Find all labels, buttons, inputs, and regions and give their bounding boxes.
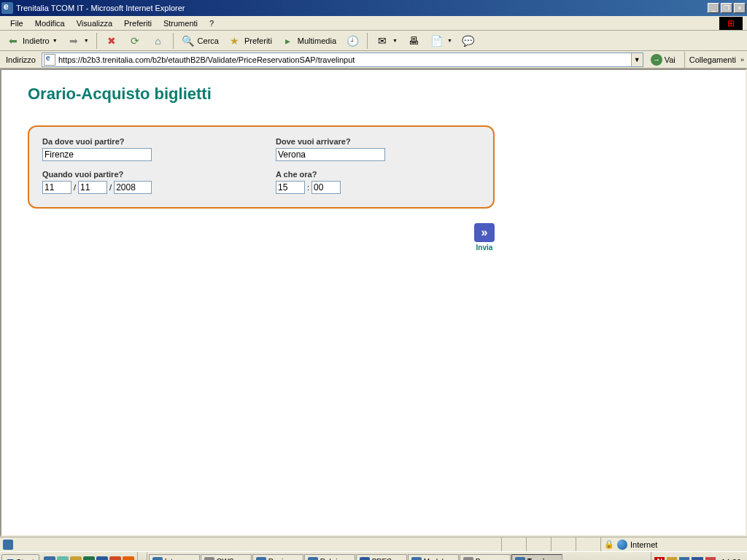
task-item[interactable]: Intra...	[149, 554, 200, 561]
separator	[96, 33, 97, 49]
ql-outlook-icon[interactable]	[70, 556, 82, 561]
status-mid	[527, 537, 551, 551]
edit-icon: 📄	[430, 34, 444, 48]
time-min-input[interactable]	[311, 181, 341, 194]
task-item[interactable]: QWS...	[201, 554, 252, 561]
tray-volume-icon[interactable]	[667, 557, 677, 561]
back-icon: ⬅	[6, 34, 20, 48]
discuss-icon: 💬	[461, 34, 476, 48]
windows-logo-icon	[719, 17, 743, 30]
time-label: A che ora?	[276, 170, 480, 179]
task-item[interactable]: Pegas...	[460, 554, 511, 561]
task-item[interactable]: PRES...	[356, 554, 407, 561]
chevron-down-icon: ▼	[84, 38, 89, 43]
minimize-button[interactable]: _	[708, 3, 719, 13]
ql-desktop-icon[interactable]	[57, 556, 69, 561]
menu-visualizza[interactable]: Visualizza	[71, 18, 118, 29]
forward-icon: ➡	[66, 34, 81, 48]
time-hour-input[interactable]	[276, 181, 305, 194]
ql-excel-icon[interactable]	[83, 556, 95, 561]
favorites-label: Preferiti	[244, 36, 272, 45]
menu-help[interactable]: ?	[204, 18, 220, 29]
chevron-down-icon: ▼	[392, 38, 398, 43]
favorites-icon: ★	[228, 34, 242, 48]
forward-button[interactable]: ➡ ▼	[63, 32, 92, 50]
browser-viewport: Orario-Acquisto biglietti Da dove vuoi p…	[0, 69, 747, 537]
menu-preferiti[interactable]: Preferiti	[118, 18, 158, 29]
task-item[interactable]: Modul...	[408, 554, 459, 561]
links-expand[interactable]: »	[740, 56, 744, 63]
links-label[interactable]: Collegamenti	[689, 55, 736, 64]
back-label: Indietro	[23, 36, 50, 45]
go-icon: →	[651, 54, 662, 66]
restore-button[interactable]: ❐	[721, 3, 732, 13]
start-button[interactable]: Start	[1, 554, 39, 561]
history-button[interactable]: 🕘	[342, 32, 363, 50]
globe-icon	[617, 540, 627, 550]
from-input[interactable]	[42, 148, 152, 161]
ql-firefox-icon[interactable]	[123, 556, 134, 561]
tray-lang-icon[interactable]: IT	[692, 557, 703, 561]
search-label: Cerca	[198, 36, 219, 45]
system-tray: N IT 14.39	[651, 552, 747, 560]
ql-ie-icon[interactable]	[44, 556, 55, 561]
task-item[interactable]: Rubri...	[304, 554, 355, 561]
to-input[interactable]	[276, 148, 385, 161]
search-button[interactable]: 🔍Cerca	[178, 32, 222, 50]
ql-ppt-icon[interactable]	[109, 556, 121, 561]
page-title: Orario-Acquisto biglietti	[28, 85, 719, 104]
from-label: Da dove vuoi partire?	[42, 137, 247, 146]
multimedia-icon: ▸	[281, 34, 295, 48]
tray-norton-icon[interactable]	[705, 557, 716, 561]
stop-button[interactable]: ✖	[101, 32, 122, 50]
menu-strumenti[interactable]: Strumenti	[158, 18, 204, 29]
separator	[684, 52, 685, 68]
multimedia-label: Multimedia	[298, 36, 336, 45]
close-button[interactable]: ×	[734, 3, 746, 13]
page-icon	[44, 54, 55, 66]
ie-icon	[1, 2, 13, 14]
refresh-button[interactable]: ⟳	[125, 32, 145, 50]
history-icon: 🕘	[345, 34, 360, 48]
status-mid	[502, 537, 527, 551]
to-label: Dove vuoi arrivare?	[276, 137, 480, 146]
date-separator: /	[109, 183, 112, 192]
tray-n-icon[interactable]: N	[654, 557, 665, 561]
page-content: Orario-Acquisto biglietti Da dove vuoi p…	[1, 70, 746, 266]
start-label: Start	[16, 558, 34, 561]
stop-icon: ✖	[104, 34, 119, 48]
status-left	[0, 537, 502, 551]
address-field-wrap: ▼	[42, 52, 643, 67]
date-separator: /	[74, 183, 76, 192]
address-input[interactable]	[57, 55, 631, 64]
multimedia-button[interactable]: ▸Multimedia	[278, 32, 339, 50]
statusbar: 🔒 Internet	[0, 537, 747, 551]
discuss-button[interactable]: 💬	[458, 32, 479, 50]
task-item[interactable]: Regio...	[252, 554, 303, 561]
submit-button[interactable]: » Invia	[474, 223, 495, 252]
home-button[interactable]: ⌂	[148, 32, 169, 50]
task-item-active[interactable]: Treni...	[511, 554, 562, 561]
date-month-input[interactable]	[78, 181, 107, 194]
menu-modifica[interactable]: Modifica	[29, 18, 71, 29]
menu-file[interactable]: File	[4, 18, 29, 29]
favorites-button[interactable]: ★Preferiti	[225, 32, 275, 50]
ql-word-icon[interactable]	[96, 556, 108, 561]
tray-clock[interactable]: 14.39	[718, 558, 744, 561]
print-button[interactable]: 🖶	[403, 32, 424, 50]
quicklaunch-expand[interactable]: »	[138, 552, 147, 560]
address-label: Indirizzo	[3, 55, 39, 64]
status-mid	[576, 537, 601, 551]
booking-form: Da dove vuoi partire? Dove vuoi arrivare…	[28, 125, 495, 209]
back-button[interactable]: ⬅ Indietro ▼	[3, 32, 61, 50]
tray-display-icon[interactable]	[679, 557, 689, 561]
taskbar: Start » Intra... QWS... Regio... Rubri..…	[0, 551, 747, 560]
go-button[interactable]: → Vai	[646, 52, 680, 67]
window-titlebar: Trenitalia TCOM IT - Microsoft Internet …	[0, 0, 747, 16]
status-right: 🔒 Internet	[601, 537, 747, 551]
date-year-input[interactable]	[114, 181, 152, 194]
mail-button[interactable]: ✉▼	[372, 32, 400, 50]
address-dropdown[interactable]: ▼	[631, 53, 643, 66]
edit-button[interactable]: 📄▼	[427, 32, 455, 50]
date-day-input[interactable]	[42, 181, 71, 194]
